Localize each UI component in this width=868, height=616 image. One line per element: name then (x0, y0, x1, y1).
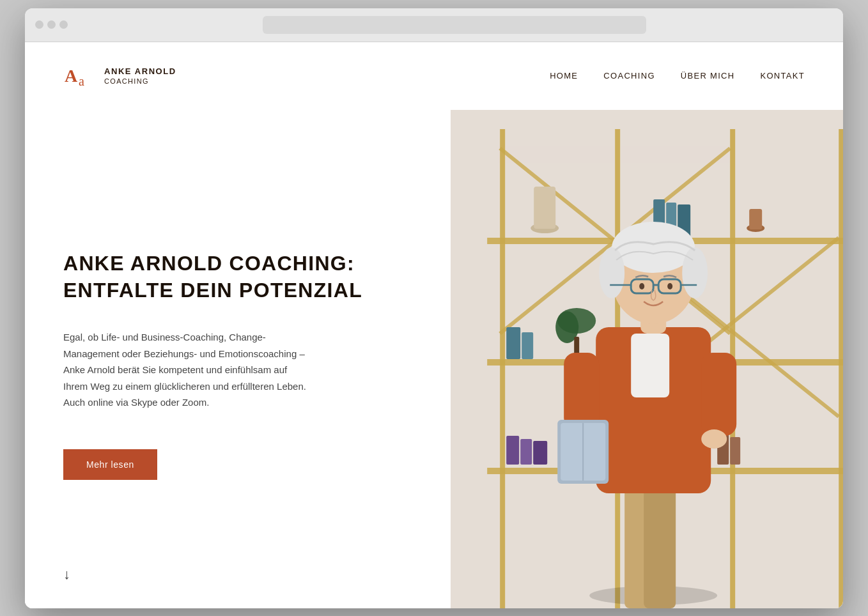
browser-dot-maximize[interactable] (59, 20, 68, 29)
svg-rect-29 (520, 439, 532, 465)
svg-rect-35 (644, 481, 676, 608)
svg-rect-8 (839, 129, 843, 608)
browser-chrome (25, 8, 843, 42)
svg-rect-30 (533, 441, 547, 465)
site-navigation: HOME COACHING ÜBER MICH KONTAKT (550, 71, 805, 81)
browser-dots (35, 20, 68, 29)
svg-text:A: A (65, 66, 78, 86)
nav-ueber-mich[interactable]: ÜBER MICH (681, 71, 735, 81)
hero-left-panel: ANKE ARNOLD COACHING: ENTFALTE DEIN POTE… (25, 110, 451, 608)
browser-dot-close[interactable] (35, 20, 43, 29)
svg-rect-23 (506, 327, 520, 359)
svg-text:a: a (79, 74, 84, 88)
browser-dot-minimize[interactable] (47, 20, 56, 29)
logo-text: ANKE ARNOLD COACHING (104, 66, 176, 85)
hero-title: ANKE ARNOLD COACHING: ENTFALTE DEIN POTE… (63, 250, 412, 304)
svg-rect-24 (522, 332, 533, 359)
svg-rect-38 (564, 353, 599, 429)
nav-home[interactable]: HOME (550, 71, 578, 81)
nav-coaching[interactable]: COACHING (603, 71, 655, 81)
hero-body-text: Egal, ob Life- und Business-Coaching, Ch… (63, 329, 306, 411)
website-content: A a ANKE ARNOLD COACHING HOME COACHING Ü… (25, 42, 843, 608)
svg-point-47 (599, 247, 624, 298)
svg-rect-28 (506, 436, 519, 465)
svg-point-43 (701, 429, 727, 449)
logo-subtitle: COACHING (104, 77, 176, 85)
hero-title-line1: ANKE ARNOLD COACHING: (63, 252, 355, 275)
svg-point-48 (682, 247, 708, 298)
svg-rect-32 (730, 437, 740, 465)
browser-window: A a ANKE ARNOLD COACHING HOME COACHING Ü… (25, 8, 843, 608)
svg-rect-42 (701, 353, 736, 436)
svg-rect-22 (749, 209, 762, 229)
scroll-arrow: ↓ (63, 566, 70, 583)
browser-address-bar[interactable] (263, 16, 646, 34)
svg-point-54 (639, 283, 644, 289)
svg-point-46 (612, 222, 695, 273)
svg-rect-37 (631, 334, 669, 397)
svg-rect-17 (534, 187, 555, 229)
logo-icon: A a (63, 60, 95, 92)
site-header: A a ANKE ARNOLD COACHING HOME COACHING Ü… (25, 42, 843, 110)
logo-name: ANKE ARNOLD (104, 66, 176, 77)
hero-title-line2: ENTFALTE DEIN POTENZIAL (63, 279, 362, 302)
hero-right-panel (451, 110, 843, 608)
svg-rect-5 (500, 129, 505, 608)
logo-area[interactable]: A a ANKE ARNOLD COACHING (63, 60, 176, 92)
nav-kontakt[interactable]: KONTAKT (760, 71, 805, 81)
hero-image (451, 110, 843, 608)
hero-section: ANKE ARNOLD COACHING: ENTFALTE DEIN POTE… (25, 110, 843, 608)
svg-point-55 (667, 283, 672, 289)
mehr-lesen-button[interactable]: Mehr lesen (63, 449, 157, 480)
